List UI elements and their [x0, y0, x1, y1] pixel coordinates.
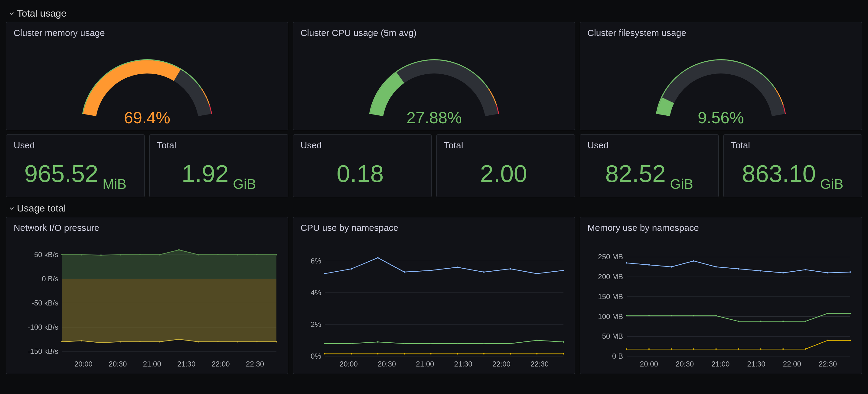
svg-text:150 MB: 150 MB [598, 293, 623, 301]
svg-point-122 [760, 321, 762, 322]
panel-cpu-total[interactable]: Total 2.00 [436, 134, 575, 197]
svg-point-22 [120, 254, 121, 256]
svg-point-35 [139, 341, 141, 342]
svg-text:22:00: 22:00 [783, 360, 801, 368]
svg-point-20 [81, 254, 82, 256]
stat-unit: GiB [670, 177, 693, 194]
svg-point-26 [198, 254, 199, 256]
svg-point-31 [61, 341, 63, 342]
svg-text:100 MB: 100 MB [598, 313, 623, 321]
svg-text:0 B/s: 0 B/s [42, 275, 58, 283]
svg-point-131 [716, 349, 717, 350]
svg-point-58 [350, 268, 352, 269]
svg-text:-50 kB/s: -50 kB/s [32, 299, 58, 307]
panel-cluster-filesystem-usage[interactable]: Cluster filesystem usage 9.56% [580, 22, 862, 130]
svg-point-81 [430, 353, 432, 355]
svg-point-60 [403, 271, 405, 273]
svg-point-126 [849, 313, 851, 314]
svg-point-128 [648, 349, 650, 350]
panel-memory-used[interactable]: Used 965.52 MiB [6, 134, 145, 197]
svg-point-30 [276, 254, 277, 256]
svg-point-111 [760, 270, 762, 272]
svg-point-23 [139, 254, 141, 256]
chevron-down-icon [9, 206, 14, 211]
svg-point-125 [827, 313, 829, 314]
svg-text:21:00: 21:00 [712, 360, 730, 368]
svg-text:22:00: 22:00 [212, 360, 230, 368]
svg-point-82 [457, 353, 458, 355]
svg-point-19 [61, 254, 63, 256]
svg-text:22:30: 22:30 [819, 360, 837, 368]
panel-fs-used[interactable]: Used 82.52 GiB [580, 134, 718, 197]
svg-text:50 MB: 50 MB [602, 332, 623, 340]
svg-point-77 [324, 353, 326, 355]
svg-text:-150 kB/s: -150 kB/s [28, 347, 58, 355]
svg-point-73 [483, 343, 485, 344]
svg-point-118 [671, 315, 672, 317]
panel-memory-by-namespace[interactable]: Memory use by namespace 250 MB200 MB150 … [580, 217, 862, 374]
svg-text:21:30: 21:30 [747, 360, 766, 368]
panel-cpu-used[interactable]: Used 0.18 [293, 134, 432, 197]
svg-point-130 [693, 349, 695, 350]
svg-point-62 [457, 266, 458, 268]
svg-point-57 [324, 273, 326, 274]
svg-text:20:00: 20:00 [74, 360, 93, 368]
svg-text:21:00: 21:00 [416, 360, 434, 368]
svg-text:4%: 4% [311, 289, 321, 297]
svg-point-109 [716, 266, 717, 268]
svg-point-37 [178, 339, 180, 340]
svg-text:20:30: 20:30 [378, 360, 396, 368]
svg-point-69 [377, 341, 379, 342]
svg-point-112 [782, 272, 784, 274]
svg-point-80 [403, 353, 405, 355]
svg-point-114 [827, 272, 829, 274]
section-title: Usage total [17, 203, 66, 214]
chart-cpu-ns: 6%4%2%0%20:0020:3021:0021:3022:0022:30 [301, 236, 568, 371]
panel-memory-total[interactable]: Total 1.92 GiB [149, 134, 288, 197]
section-usage-total-header[interactable]: Usage total [9, 203, 862, 214]
svg-point-123 [782, 321, 784, 322]
panel-network-io-pressure[interactable]: Network I/O pressure 50 kB/s0 B/s-50 kB/… [6, 217, 288, 374]
chart-network: 50 kB/s0 B/s-50 kB/s-100 kB/s-150 kB/s20… [13, 236, 281, 371]
svg-text:21:30: 21:30 [454, 360, 472, 368]
svg-point-36 [159, 341, 160, 342]
gauge-fs: 9.56% [587, 41, 855, 130]
panel-title: Cluster memory usage [13, 28, 281, 38]
svg-point-116 [626, 315, 627, 317]
svg-text:22:30: 22:30 [246, 360, 264, 368]
svg-point-106 [648, 264, 650, 266]
svg-text:20:00: 20:00 [340, 360, 358, 368]
svg-text:22:00: 22:00 [492, 360, 510, 368]
svg-point-21 [100, 254, 102, 256]
section-total-usage-header[interactable]: Total usage [9, 8, 862, 19]
panel-cluster-cpu-usage[interactable]: Cluster CPU usage (5m avg) 27.88% [293, 22, 575, 130]
svg-text:20:00: 20:00 [640, 360, 658, 368]
svg-point-107 [671, 266, 672, 268]
panel-cluster-memory-usage[interactable]: Cluster memory usage 69.4% [6, 22, 288, 130]
svg-point-67 [324, 343, 326, 344]
panel-cpu-by-namespace[interactable]: CPU use by namespace 6%4%2%0%20:0020:302… [293, 217, 575, 374]
gauge-memory: 69.4% [13, 41, 281, 130]
svg-text:69.4%: 69.4% [124, 108, 170, 127]
svg-point-40 [237, 341, 238, 342]
panel-title: Used [587, 140, 711, 151]
panel-title: Total [731, 140, 855, 151]
panel-fs-total[interactable]: Total 863.10 GiB [723, 134, 862, 197]
svg-point-42 [276, 341, 277, 342]
panel-title: Used [301, 140, 424, 151]
svg-point-59 [377, 257, 379, 259]
svg-point-25 [178, 249, 180, 251]
stat-value: 0.18 [337, 162, 384, 186]
gauge-cpu: 27.88% [301, 41, 568, 130]
svg-point-79 [377, 353, 379, 355]
svg-point-27 [217, 254, 219, 256]
panel-title: Memory use by namespace [587, 223, 855, 233]
svg-point-34 [120, 341, 121, 342]
panel-title: Total [157, 140, 280, 151]
svg-point-115 [849, 271, 851, 273]
svg-point-105 [626, 262, 627, 264]
svg-point-132 [738, 349, 739, 350]
svg-point-110 [738, 268, 739, 269]
svg-point-135 [805, 349, 806, 350]
stat-value: 863.10 [742, 162, 816, 186]
